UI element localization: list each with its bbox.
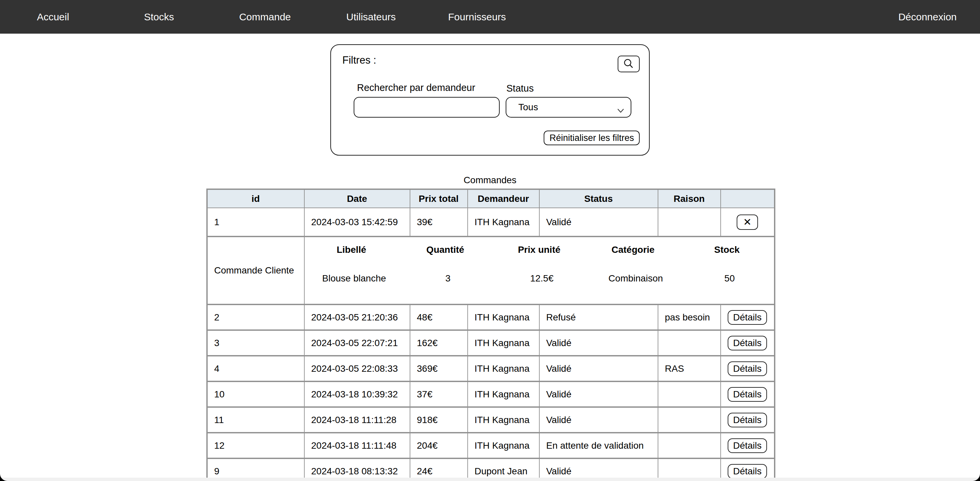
status-field-label: Status: [506, 83, 534, 94]
cell-prix-total: 37€: [410, 381, 468, 407]
details-button[interactable]: Détails: [728, 387, 767, 402]
cell-raison: [658, 407, 721, 433]
cell-prix-total: 24€: [410, 458, 468, 481]
cell-raison: [658, 381, 721, 407]
order-items-subtable: LibelléQuantitéPrix unitéCatégorieStockB…: [305, 237, 774, 304]
cell-status: Validé: [539, 330, 658, 356]
search-button[interactable]: [618, 56, 640, 72]
chevron-down-icon: [617, 105, 625, 116]
cell-action: ✕: [721, 208, 775, 237]
subtable-value-row: Blouse blanche312.5€Combinaison50: [305, 257, 774, 304]
cell-raison: RAS: [658, 356, 721, 381]
orders-tbody: 12024-03-03 15:42:5939€ITH KagnanaValidé…: [207, 208, 775, 481]
details-button[interactable]: Détails: [728, 413, 767, 427]
cell-action: Détails: [721, 305, 775, 330]
cell-raison: [658, 433, 721, 458]
search-input[interactable]: [354, 97, 500, 117]
cell-demandeur: ITH Kagnana: [468, 356, 539, 381]
cell-date: 2024-03-05 21:20:36: [304, 305, 410, 330]
column-header-actions: [721, 189, 775, 208]
cell-demandeur: ITH Kagnana: [468, 305, 539, 330]
cell-raison: [658, 330, 721, 356]
details-button[interactable]: Détails: [728, 336, 767, 351]
details-button[interactable]: Détails: [728, 310, 767, 325]
cell-raison: [658, 208, 721, 237]
cell-demandeur: ITH Kagnana: [468, 381, 539, 407]
cell-status: En attente de validation: [539, 433, 658, 458]
cell-demandeur: ITH Kagnana: [468, 208, 539, 237]
cell-id: 9: [207, 458, 304, 481]
cell-date: 2024-03-03 15:42:59: [304, 208, 410, 237]
details-button[interactable]: Détails: [728, 464, 767, 479]
table-row: 92024-03-18 08:13:3224€Dupont JeanValidé…: [207, 458, 775, 481]
subtable-column-header: Stock: [680, 237, 774, 257]
expanded-row-label: Commande Cliente: [207, 237, 304, 305]
cell-status: Validé: [539, 356, 658, 381]
nav-item-fournisseurs[interactable]: Fournisseurs: [424, 11, 530, 23]
search-field-label: Rechercher par demandeur: [357, 82, 475, 93]
table-row: 112024-03-18 11:11:28918€ITH KagnanaVali…: [207, 407, 775, 433]
orders-header-row: id Date Prix total Demandeur Status Rais…: [207, 189, 775, 208]
cell-action: Détails: [721, 330, 775, 356]
reset-filters-button[interactable]: Réinitialiser les filtres: [544, 130, 640, 145]
cell-status: Refusé: [539, 305, 658, 330]
subtable-cell: 12.5€: [492, 257, 586, 304]
nav-item-utilisateurs[interactable]: Utilisateurs: [318, 11, 424, 23]
cell-date: 2024-03-18 11:11:28: [304, 407, 410, 433]
details-button[interactable]: Détails: [728, 362, 767, 376]
table-row: 42024-03-05 22:08:33369€ITH KagnanaValid…: [207, 356, 775, 381]
cell-demandeur: ITH Kagnana: [468, 330, 539, 356]
column-header-date: Date: [304, 189, 410, 208]
subtable-cell: Combinaison: [586, 257, 680, 304]
cell-date: 2024-03-18 08:13:32: [304, 458, 410, 481]
cell-prix-total: 162€: [410, 330, 468, 356]
subtable-column-header: Prix unité: [492, 237, 586, 257]
cell-action: Détails: [721, 381, 775, 407]
cell-id: 2: [207, 305, 304, 330]
cell-raison: [658, 458, 721, 481]
cell-action: Détails: [721, 433, 775, 458]
column-header-demandeur: Demandeur: [468, 189, 539, 208]
top-navigation: Accueil Stocks Commande Utilisateurs Fou…: [0, 0, 980, 33]
cell-prix-total: 48€: [410, 305, 468, 330]
status-select[interactable]: Tous: [506, 97, 632, 117]
expanded-detail-row: Commande ClienteLibelléQuantitéPrix unit…: [207, 237, 775, 305]
cell-prix-total: 918€: [410, 407, 468, 433]
cell-action: Détails: [721, 407, 775, 433]
column-header-status: Status: [539, 189, 658, 208]
cell-id: 3: [207, 330, 304, 356]
window-corner-left: [0, 474, 7, 481]
cell-date: 2024-03-18 11:11:48: [304, 433, 410, 458]
cell-id: 1: [207, 208, 304, 237]
column-header-id: id: [207, 189, 304, 208]
table-row: 122024-03-18 11:11:48204€ITH KagnanaEn a…: [207, 433, 775, 458]
cell-date: 2024-03-05 22:08:33: [304, 356, 410, 381]
nav-item-stocks[interactable]: Stocks: [106, 11, 212, 23]
filters-panel: Filtres : Rechercher par demandeur Statu…: [330, 44, 650, 156]
nav-item-deconnexion[interactable]: Déconnexion: [898, 11, 957, 23]
table-row: 102024-03-18 10:39:3237€ITH KagnanaValid…: [207, 381, 775, 407]
status-select-value: Tous: [518, 102, 538, 113]
nav-item-commande[interactable]: Commande: [212, 11, 318, 23]
close-details-button[interactable]: ✕: [737, 214, 758, 230]
cell-id: 10: [207, 381, 304, 407]
column-header-raison: Raison: [658, 189, 721, 208]
cell-prix-total: 39€: [410, 208, 468, 237]
orders-table-caption: Commandes: [206, 175, 774, 186]
nav-item-accueil[interactable]: Accueil: [0, 11, 106, 23]
cell-id: 12: [207, 433, 304, 458]
window-corner-right: [973, 474, 980, 481]
table-row: 22024-03-05 21:20:3648€ITH KagnanaRefusé…: [207, 305, 775, 330]
cell-date: 2024-03-18 10:39:32: [304, 381, 410, 407]
cell-demandeur: ITH Kagnana: [468, 433, 539, 458]
cell-id: 11: [207, 407, 304, 433]
subtable-column-header: Quantité: [398, 237, 492, 257]
cell-status: Validé: [539, 381, 658, 407]
cell-action: Détails: [721, 356, 775, 381]
cell-prix-total: 204€: [410, 433, 468, 458]
orders-table: id Date Prix total Demandeur Status Rais…: [206, 189, 775, 481]
details-button[interactable]: Détails: [728, 438, 767, 453]
table-row: 32024-03-05 22:07:21162€ITH KagnanaValid…: [207, 330, 775, 356]
column-header-prix-total: Prix total: [410, 189, 468, 208]
expanded-row-content: LibelléQuantitéPrix unitéCatégorieStockB…: [304, 237, 775, 305]
